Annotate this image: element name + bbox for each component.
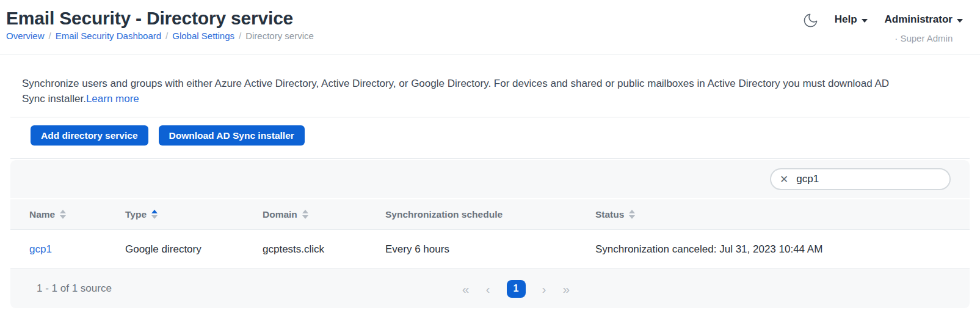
intro-text: Synchronize users and groups with either… [22,78,889,105]
breadcrumb-global-settings[interactable]: Global Settings [172,31,234,41]
next-page-button[interactable]: › [542,282,546,295]
user-menu[interactable]: Administrator [885,13,963,26]
cell-domain: gcptests.click [263,243,385,256]
last-page-button[interactable]: » [563,282,570,295]
topbar-actions: Help Administrator · Super Admin [802,12,963,43]
divider [10,117,970,117]
directory-name-link[interactable]: gcp1 [29,243,52,255]
moon-icon [802,12,819,29]
breadcrumb-email-security-dashboard[interactable]: Email Security Dashboard [56,31,161,41]
cell-type: Google directory [125,243,263,256]
help-menu-label: Help [835,13,857,26]
add-directory-service-button[interactable]: Add directory service [31,125,148,146]
column-header-type[interactable]: Type [125,209,263,220]
search-input[interactable] [796,173,941,185]
column-header-label: Name [29,209,55,220]
table-footer: 1 - 1 of 1 source « ‹ 1 › » [10,269,970,308]
column-header-label: Synchronization schedule [385,209,503,220]
page: Email Security - Directory service Overv… [0,0,980,321]
user-role: · Super Admin [895,33,953,43]
topbar: Email Security - Directory service Overv… [0,0,980,54]
divider [10,158,970,159]
toolbar: Add directory service Download AD Sync i… [31,125,980,146]
dark-mode-toggle[interactable] [802,12,819,29]
current-page-button[interactable]: 1 [507,280,526,298]
breadcrumb-separator: / [49,31,51,41]
page-title: Email Security - Directory service [6,8,293,29]
admin-block: Administrator · Super Admin [885,13,963,43]
clear-search-icon[interactable]: ✕ [780,174,788,185]
column-header-synchronization-schedule: Synchronization schedule [385,209,595,220]
sort-icon [151,210,158,219]
pagination-summary: 1 - 1 of 1 source [37,282,112,295]
user-menu-label: Administrator [885,13,953,26]
column-header-label: Status [595,209,624,220]
download-ad-sync-installer-button[interactable]: Download AD Sync installer [159,125,305,146]
column-header-status[interactable]: Status [595,209,970,220]
table-header-row: Name Type Domain Synchronization schedul… [10,199,970,230]
column-header-label: Domain [263,209,297,220]
chevron-down-icon [862,19,868,23]
chevron-down-icon [957,19,963,23]
search-input-wrapper: ✕ [770,168,951,190]
sort-icon [629,210,635,219]
table-search-band: ✕ [10,160,970,198]
directory-service-table-card: ✕ Name Type Domain Synchronization sched… [10,160,970,308]
sort-icon [302,210,308,219]
sort-icon [60,210,66,219]
help-menu[interactable]: Help [835,13,868,26]
divider [0,54,980,54]
column-header-name[interactable]: Name [29,209,125,220]
column-header-domain[interactable]: Domain [263,209,385,220]
column-header-label: Type [125,209,147,220]
breadcrumb-separator: / [165,31,168,41]
first-page-button[interactable]: « [462,282,470,295]
intro-paragraph: Synchronize users and groups with either… [22,76,913,106]
breadcrumb-current: Directory service [245,31,314,41]
cell-schedule: Every 6 hours [385,243,595,256]
spacer [0,146,980,158]
breadcrumb-separator: / [239,31,241,41]
table-row: gcp1 Google directory gcptests.click Eve… [10,230,970,269]
previous-page-button[interactable]: ‹ [486,282,490,295]
spacer [0,106,980,117]
learn-more-link[interactable]: Learn more [86,93,139,105]
pagination: « ‹ 1 › » [462,280,570,298]
cell-status: Synchronization canceled: Jul 31, 2023 1… [595,243,970,256]
breadcrumb-overview[interactable]: Overview [6,31,45,41]
breadcrumb: Overview/Email Security Dashboard/Global… [6,31,314,41]
